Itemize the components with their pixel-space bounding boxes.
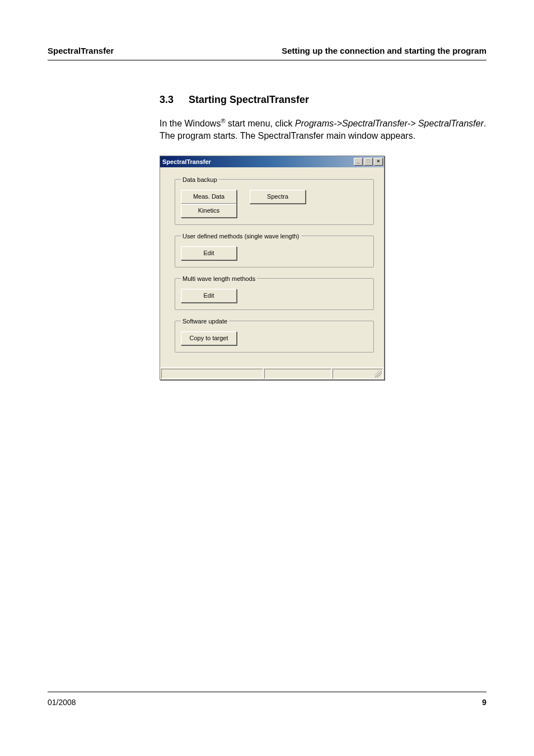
- group-software-update: Software update Copy to target: [175, 318, 374, 353]
- status-pane-1: [161, 369, 263, 379]
- edit-single-button[interactable]: Edit: [181, 246, 237, 260]
- minimize-button[interactable]: _: [354, 158, 363, 166]
- section-number: 3.3: [160, 94, 189, 106]
- group-multi-wave: Multi wave length methods Edit: [175, 275, 374, 310]
- group-legend-single: User defined methods (single wave length…: [181, 233, 301, 240]
- group-single-wave: User defined methods (single wave length…: [175, 233, 374, 267]
- para-pre: In the Windows: [160, 119, 221, 128]
- copy-to-target-button[interactable]: Copy to target: [181, 331, 237, 345]
- running-header: SpectralTransfer Setting up the connecti…: [48, 46, 486, 60]
- para-mid: start menu, click: [226, 119, 295, 128]
- status-pane-2: [264, 369, 331, 379]
- header-left: SpectralTransfer: [48, 46, 114, 55]
- status-pane-3: [332, 369, 383, 379]
- resize-grip-icon[interactable]: [374, 370, 382, 378]
- section-title: Starting SpectralTransfer: [189, 94, 309, 105]
- maximize-button[interactable]: □: [364, 158, 373, 166]
- meas-data-button[interactable]: Meas. Data: [181, 190, 237, 204]
- registered-symbol: ®: [221, 118, 225, 124]
- close-button[interactable]: ×: [374, 158, 383, 166]
- footer-date: 01/2008: [48, 698, 76, 707]
- menu-path: Programs->SpectralTransfer-> SpectralTra…: [295, 119, 484, 128]
- page-number: 9: [482, 698, 486, 707]
- window-body: Data backup Meas. Data Spectra Kinetics …: [160, 167, 384, 367]
- kinetics-button[interactable]: Kinetics: [181, 204, 237, 218]
- group-legend-update: Software update: [181, 318, 229, 325]
- intro-paragraph: In the Windows® start menu, click Progra…: [160, 117, 486, 142]
- group-data-backup: Data backup Meas. Data Spectra Kinetics: [175, 176, 374, 225]
- titlebar[interactable]: SpectralTransfer _ □ ×: [160, 156, 384, 167]
- page-footer: 01/2008 9: [48, 692, 486, 707]
- content-area: 3.3Starting SpectralTransfer In the Wind…: [160, 94, 486, 380]
- group-legend-backup: Data backup: [181, 176, 219, 183]
- minimize-icon: _: [357, 159, 359, 164]
- edit-multi-button[interactable]: Edit: [181, 289, 237, 303]
- statusbar: [160, 367, 384, 379]
- page: SpectralTransfer Setting up the connecti…: [0, 0, 534, 756]
- maximize-icon: □: [367, 159, 369, 164]
- section-heading: 3.3Starting SpectralTransfer: [160, 94, 486, 106]
- spectra-button[interactable]: Spectra: [250, 190, 306, 204]
- window-title: SpectralTransfer: [162, 158, 353, 165]
- group-legend-multi: Multi wave length methods: [181, 275, 257, 282]
- close-icon: ×: [377, 159, 380, 164]
- app-window: SpectralTransfer _ □ × Data backup Meas.…: [160, 156, 385, 380]
- header-right: Setting up the connection and starting t…: [282, 46, 486, 55]
